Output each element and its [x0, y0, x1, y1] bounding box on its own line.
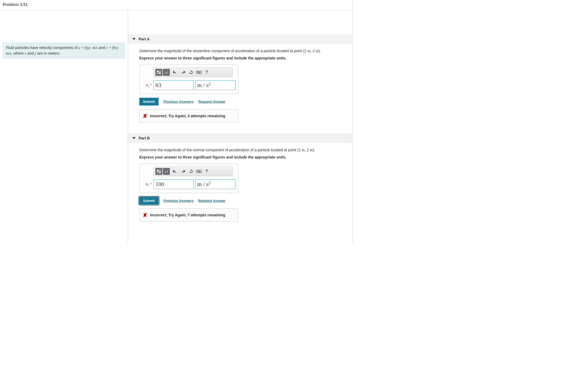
part-a-unit-input[interactable]: m / s2: [195, 80, 235, 90]
part-b: Part B Determine the magnitude of the no…: [128, 133, 352, 222]
reset-icon[interactable]: [188, 69, 194, 75]
problem-header: Problem 3.51: [0, 0, 352, 10]
part-b-label: Part B: [139, 136, 150, 140]
svg-rect-12: [197, 73, 201, 73]
svg-rect-14: [159, 170, 161, 171]
redo-icon[interactable]: [180, 168, 186, 174]
svg-point-18: [167, 170, 168, 171]
svg-rect-19: [196, 170, 202, 173]
part-b-header[interactable]: Part B: [128, 133, 352, 143]
svg-rect-0: [157, 71, 159, 72]
svg-rect-22: [198, 171, 199, 171]
part-b-submit-button[interactable]: Submit: [139, 197, 159, 205]
part-a-feedback: ✘ Incorrect; Try Again; 3 attempts remai…: [139, 109, 238, 123]
keyboard-icon[interactable]: [196, 168, 202, 174]
svg-text:μA: μA: [165, 71, 168, 74]
svg-rect-8: [198, 71, 198, 72]
part-a-label: Part A: [139, 37, 150, 41]
equation-toolbar: μA: [153, 67, 233, 77]
redo-icon[interactable]: [180, 69, 186, 75]
math-v-eq: v: [106, 46, 108, 50]
templates-icon[interactable]: [155, 168, 162, 175]
part-b-feedback-text: Incorrect; Try Again; 7 attempts remaini…: [150, 213, 225, 217]
incorrect-icon: ✘: [143, 113, 147, 119]
svg-rect-20: [197, 171, 197, 171]
symbols-icon[interactable]: μA: [163, 69, 170, 76]
problem-title: Problem 3.51: [3, 2, 350, 7]
svg-rect-15: [157, 172, 159, 173]
statement-text: Fluid particles have velocity components…: [6, 46, 78, 50]
part-b-unit-input[interactable]: m / s2: [195, 179, 235, 189]
part-a-answer-box: μA: [139, 65, 238, 94]
svg-rect-24: [200, 171, 201, 171]
symbols-icon[interactable]: μA: [163, 168, 170, 175]
part-a-express: Express your answer to three significant…: [139, 56, 352, 60]
part-a-feedback-text: Incorrect; Try Again; 3 attempts remaini…: [150, 114, 225, 118]
svg-rect-7: [197, 71, 197, 72]
svg-rect-11: [200, 71, 201, 72]
help-icon[interactable]: ?: [204, 169, 209, 174]
math-u-eq: u: [78, 46, 80, 50]
part-a-actions: Submit Previous Answers Request Answer: [139, 98, 352, 105]
undo-icon[interactable]: [172, 168, 178, 174]
incorrect-icon: ✘: [143, 212, 147, 218]
svg-rect-16: [159, 172, 161, 173]
templates-icon[interactable]: [155, 69, 162, 76]
chevron-down-icon: [132, 38, 136, 40]
svg-rect-6: [196, 71, 202, 74]
part-a-header[interactable]: Part A: [128, 34, 352, 44]
svg-rect-10: [199, 71, 200, 72]
svg-rect-21: [198, 171, 198, 171]
part-a: Part A Determine the magnitude of the st…: [128, 34, 352, 123]
keyboard-icon[interactable]: [196, 69, 202, 75]
svg-text:μA: μA: [165, 170, 168, 173]
part-a-submit-button[interactable]: Submit: [139, 98, 159, 105]
part-b-instruction: Determine the magnitude of the normal co…: [139, 148, 352, 152]
reset-icon[interactable]: [188, 168, 194, 174]
svg-rect-9: [198, 71, 199, 72]
part-a-previous-answers-link[interactable]: Previous Answers: [163, 100, 193, 104]
problem-statement: Fluid particles have velocity components…: [3, 42, 125, 59]
part-b-request-answer-link[interactable]: Request Answer: [198, 199, 225, 203]
part-a-instruction: Determine the magnitude of the streamlin…: [139, 49, 352, 53]
part-b-feedback: ✘ Incorrect; Try Again; 7 attempts remai…: [139, 208, 238, 222]
chevron-down-icon: [132, 137, 136, 139]
equation-toolbar: μA: [153, 167, 233, 176]
svg-point-5: [167, 71, 168, 71]
part-b-previous-answers-link[interactable]: Previous Answers: [163, 199, 193, 203]
part-a-value-input[interactable]: [153, 80, 194, 90]
part-b-answer-box: μA: [139, 164, 238, 193]
part-b-value-input[interactable]: [153, 179, 194, 189]
svg-rect-23: [199, 171, 200, 171]
part-a-variable: as =: [142, 83, 152, 88]
part-a-request-answer-link[interactable]: Request Answer: [198, 100, 225, 104]
help-icon[interactable]: ?: [204, 70, 209, 75]
svg-rect-3: [159, 73, 161, 74]
part-b-express: Express your answer to three significant…: [139, 155, 352, 159]
svg-rect-13: [157, 170, 159, 171]
svg-rect-2: [157, 73, 159, 74]
undo-icon[interactable]: [172, 69, 178, 75]
svg-rect-25: [197, 172, 201, 172]
part-b-actions: Submit Previous Answers Request Answer: [139, 197, 352, 205]
part-b-variable: an =: [142, 182, 152, 187]
svg-rect-1: [159, 71, 161, 72]
